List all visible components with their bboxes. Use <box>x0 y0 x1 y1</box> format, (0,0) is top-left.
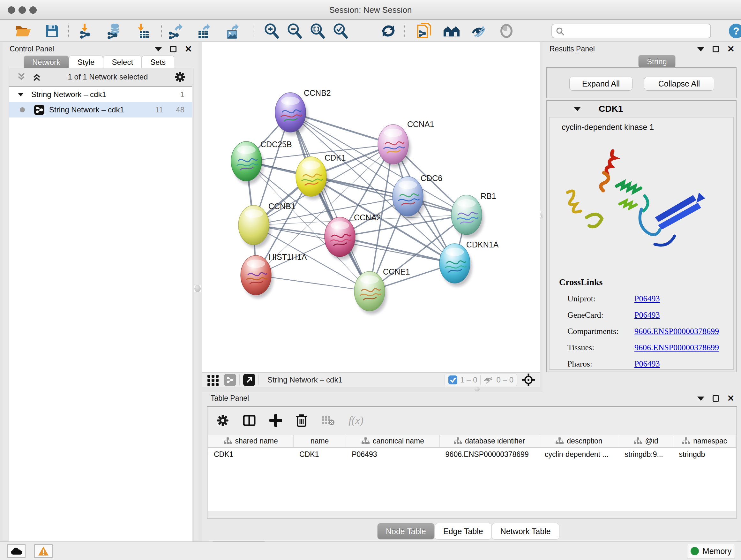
zoom-selected-icon[interactable] <box>332 23 349 39</box>
function-builder-icon[interactable]: f(x) <box>348 415 363 427</box>
network-canvas[interactable]: CCNB2CCNA1CDC25BCDK1CDC6RB1CCNB1CCNA2CDK… <box>202 42 540 372</box>
tab-node-table[interactable]: Node Table <box>377 523 434 540</box>
close-panel-icon[interactable]: ✕ <box>727 395 735 401</box>
network-node-RB1[interactable] <box>451 195 484 238</box>
bottom-splitter-grip[interactable] <box>474 387 481 391</box>
memory-button[interactable]: Memory <box>687 544 735 558</box>
table-body: CDK1CDK1P064939606.ENSP00000378699cyclin… <box>208 448 736 461</box>
crosslink-value[interactable]: 9606.ENSP00000378699 <box>634 327 719 336</box>
float-panel-icon[interactable] <box>155 47 162 51</box>
tab-network-table[interactable]: Network Table <box>492 523 559 540</box>
tab-edge-table[interactable]: Edge Table <box>434 523 492 540</box>
network-edge[interactable] <box>340 237 455 263</box>
network-node-CCNA2[interactable] <box>325 217 357 260</box>
table-cell[interactable]: CDK1 <box>208 448 293 461</box>
column-header-canonical-name[interactable]: canonical name <box>346 435 440 447</box>
collapse-gene-icon[interactable] <box>574 107 581 111</box>
column-header-namespac[interactable]: namespac <box>673 435 736 447</box>
column-header-database-identifier[interactable]: database identifier <box>440 435 539 447</box>
float-panel-icon[interactable] <box>697 396 704 401</box>
zoom-in-icon[interactable] <box>263 23 280 39</box>
apply-layout-icon[interactable] <box>380 23 397 39</box>
tab-style[interactable]: Style <box>69 56 103 68</box>
open-session-icon[interactable] <box>15 23 32 39</box>
tab-string[interactable]: String <box>638 55 676 68</box>
node-label-CDKN1A: CDKN1A <box>466 240 499 249</box>
add-column-icon[interactable] <box>269 414 282 427</box>
home-networks-icon[interactable] <box>443 23 460 39</box>
selected-checkbox-icon[interactable] <box>448 375 458 385</box>
tree-collapse-icon[interactable] <box>18 93 23 96</box>
table-cell[interactable]: CDK1 <box>293 448 346 461</box>
table-cell[interactable]: 9606.ENSP00000378699 <box>440 448 539 461</box>
network-collection-label: String Network – cdk1 <box>31 90 180 99</box>
tab-sets[interactable]: Sets <box>142 56 174 68</box>
table-cell[interactable]: cyclin-dependent ... <box>539 448 619 461</box>
network-edge[interactable] <box>290 112 369 291</box>
node-count: 11 <box>155 105 163 114</box>
collapse-all-networks-icon[interactable] <box>17 72 26 82</box>
grid-view-icon[interactable] <box>207 374 219 386</box>
network-options-gear-icon[interactable] <box>174 71 186 83</box>
network-node-HIST1H1A[interactable] <box>241 255 273 298</box>
show-columns-icon[interactable] <box>243 414 256 427</box>
hidden-eye-icon[interactable] <box>483 375 494 385</box>
maximize-panel-icon[interactable] <box>170 46 177 52</box>
warnings-button[interactable] <box>34 544 53 558</box>
network-node-CDKN1A[interactable] <box>440 244 472 287</box>
zoom-out-icon[interactable] <box>286 23 303 39</box>
tab-network[interactable]: Network <box>23 56 69 68</box>
network-node-CCNB2[interactable] <box>275 92 308 135</box>
column-header-name[interactable]: name <box>293 435 346 447</box>
table-row[interactable]: CDK1CDK1P064939606.ENSP00000378699cyclin… <box>208 448 736 461</box>
column-header-description[interactable]: description <box>539 435 619 447</box>
zoom-fit-icon[interactable] <box>309 23 326 39</box>
left-splitter-grip[interactable] <box>194 285 201 292</box>
delete-column-icon[interactable] <box>295 414 308 428</box>
network-from-clipboard-icon[interactable] <box>415 23 433 39</box>
import-network-file-icon[interactable] <box>78 23 95 39</box>
column-header-shared-name[interactable]: shared name <box>208 435 293 447</box>
column-header--id[interactable]: @id <box>619 435 673 447</box>
network-node-CDC6[interactable] <box>393 177 425 219</box>
close-panel-icon[interactable]: ✕ <box>727 46 735 52</box>
delete-table-icon[interactable] <box>321 415 335 426</box>
table-cell[interactable]: stringdb:9... <box>619 448 673 461</box>
network-node-CCNE1[interactable] <box>354 271 387 314</box>
tab-select[interactable]: Select <box>103 56 142 68</box>
crosslink-value[interactable]: P06493 <box>634 359 660 369</box>
table-cell[interactable]: stringdb <box>673 448 736 461</box>
string-view-icon[interactable] <box>224 374 236 386</box>
save-session-icon[interactable] <box>44 23 61 39</box>
search-input[interactable] <box>568 25 709 37</box>
network-node-CCNB1[interactable] <box>239 205 271 248</box>
collapse-all-button[interactable]: Collapse All <box>644 77 714 91</box>
detach-view-icon[interactable] <box>243 374 255 386</box>
crosslink-value[interactable]: P06493 <box>634 310 660 320</box>
table-cell[interactable]: P06493 <box>346 448 440 461</box>
network-tree-root-row[interactable]: String Network – cdk1 1 <box>9 87 192 102</box>
import-network-database-icon[interactable] <box>106 23 123 39</box>
import-table-icon[interactable] <box>134 23 151 39</box>
export-table-icon[interactable] <box>195 23 212 39</box>
crosslink-value[interactable]: P06493 <box>634 294 660 304</box>
maximize-panel-icon[interactable] <box>713 46 719 52</box>
close-panel-icon[interactable]: ✕ <box>185 46 192 52</box>
expand-all-button[interactable]: Expand All <box>569 77 632 91</box>
maximize-panel-icon[interactable] <box>713 395 719 401</box>
network-node-CCNA1[interactable] <box>378 125 410 167</box>
hide-selected-icon[interactable] <box>470 23 488 39</box>
help-icon[interactable]: ? <box>728 23 741 39</box>
cloud-button[interactable] <box>7 544 25 558</box>
show-all-icon[interactable] <box>498 23 515 39</box>
export-network-icon[interactable] <box>166 23 184 39</box>
expand-all-networks-icon[interactable] <box>32 72 42 82</box>
crosslink-value[interactable]: 9606.ENSP00000378699 <box>634 343 719 353</box>
network-tree-child-row[interactable]: String Network – cdk1 11 48 <box>9 102 192 118</box>
network-graph[interactable]: CCNB2CCNA1CDC25BCDK1CDC6RB1CCNB1CCNA2CDK… <box>202 42 540 372</box>
table-options-gear-icon[interactable] <box>216 414 229 427</box>
network-node-CDK1[interactable] <box>296 157 328 199</box>
float-panel-icon[interactable] <box>697 47 704 51</box>
export-image-icon[interactable] <box>224 23 241 39</box>
fit-content-icon[interactable] <box>522 373 536 387</box>
